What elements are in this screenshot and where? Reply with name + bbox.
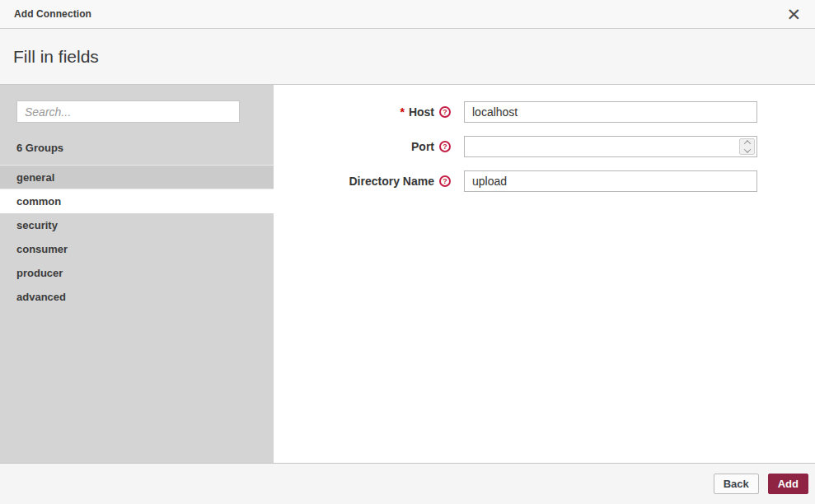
port-label: Port [411, 140, 434, 153]
directory-name-input-cell [464, 170, 757, 192]
dialog-footer: Back Add [0, 463, 815, 504]
dialog-body: 6 Groups general common security consume… [0, 85, 815, 463]
wizard-step-header: Fill in fields [0, 29, 815, 85]
group-list: general common security consumer produce… [0, 165, 274, 309]
host-input-cell [464, 101, 757, 123]
sidebar-item-advanced[interactable]: advanced [0, 285, 274, 309]
sidebar-item-consumer[interactable]: consumer [0, 237, 274, 261]
form-row-port: Port ? [274, 136, 815, 157]
host-field[interactable] [464, 101, 757, 123]
help-icon[interactable]: ? [439, 106, 451, 118]
help-icon[interactable]: ? [439, 141, 451, 152]
help-icon[interactable]: ? [439, 175, 451, 187]
sidebar-item-common[interactable]: common [0, 189, 274, 213]
form-row-directory-name: Directory Name ? [274, 170, 815, 192]
sidebar-item-security[interactable]: security [0, 213, 274, 237]
number-spinner[interactable] [739, 138, 755, 155]
port-input-cell [464, 136, 757, 157]
groups-sidebar: 6 Groups general common security consume… [0, 85, 274, 463]
sidebar-item-producer[interactable]: producer [0, 261, 274, 285]
sidebar-item-general[interactable]: general [0, 166, 274, 189]
step-heading: Fill in fields [13, 47, 99, 67]
directory-name-label: Directory Name [349, 175, 435, 188]
directory-name-label-cell: Directory Name ? [274, 175, 451, 188]
required-marker: * [400, 105, 404, 119]
back-button[interactable]: Back [714, 474, 759, 494]
dialog-title: Add Connection [14, 8, 91, 20]
port-label-cell: Port ? [274, 140, 451, 153]
dialog-titlebar: Add Connection ✕ [0, 0, 815, 29]
directory-name-field[interactable] [464, 170, 757, 192]
close-icon[interactable]: ✕ [784, 6, 803, 23]
form-panel: * Host ? Port ? [274, 85, 815, 463]
add-button[interactable]: Add [768, 474, 808, 494]
host-label-cell: * Host ? [274, 105, 451, 119]
search-input[interactable] [16, 100, 240, 123]
spinner-down-icon[interactable] [743, 146, 750, 152]
groups-count-label: 6 Groups [16, 142, 274, 154]
port-field[interactable] [464, 136, 757, 157]
form-row-host: * Host ? [274, 101, 815, 123]
add-connection-dialog: Add Connection ✕ Fill in fields 6 Groups… [0, 0, 815, 504]
host-label: Host [409, 105, 434, 119]
